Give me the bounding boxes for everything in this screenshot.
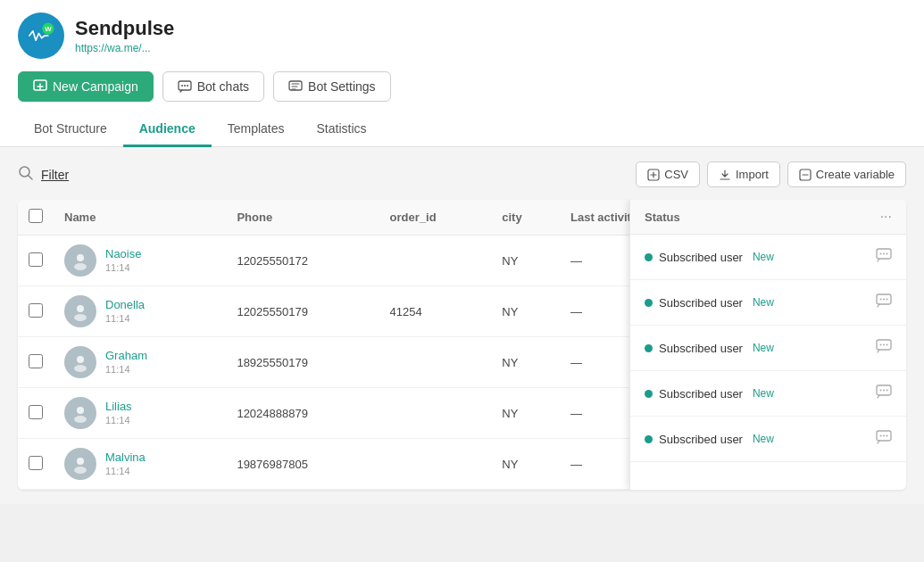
brand-logo: W (18, 12, 64, 59)
filter-label[interactable]: Filter (41, 168, 69, 182)
order-id-column-header: order_id (379, 200, 492, 236)
import-button[interactable]: Import (707, 161, 780, 187)
status-row: Subscribed user New (630, 235, 906, 280)
user-time: 11:14 (105, 313, 130, 324)
svg-point-26 (74, 467, 87, 474)
city-column-header: city (491, 200, 560, 236)
row-name-cell: Donella 11:14 (54, 286, 226, 337)
row-checkbox-cell (18, 337, 54, 388)
svg-point-6 (184, 85, 186, 87)
row-checkbox[interactable] (29, 456, 43, 470)
row-city-cell: NY (491, 439, 560, 490)
svg-point-21 (77, 356, 84, 363)
status-text: Subscribed user (659, 296, 743, 310)
svg-point-17 (77, 254, 84, 261)
status-dot (645, 390, 653, 398)
svg-point-25 (77, 458, 84, 465)
chat-icon-button[interactable] (876, 247, 892, 267)
svg-point-33 (883, 299, 885, 301)
svg-point-19 (77, 305, 84, 312)
user-name[interactable]: Donella (105, 298, 145, 311)
create-variable-button[interactable]: Create variable (787, 161, 906, 187)
user-name[interactable]: Naoise (105, 247, 141, 260)
status-dot (645, 299, 653, 307)
status-badge: Subscribed user New (645, 296, 774, 310)
avatar (64, 397, 96, 429)
svg-text:W: W (45, 25, 52, 33)
tab-statistics[interactable]: Statistics (301, 114, 383, 147)
chat-icon-button[interactable] (876, 338, 892, 358)
row-phone-cell: 19876987805 (226, 439, 379, 490)
avatar (64, 346, 96, 378)
user-name[interactable]: Graham (105, 349, 147, 362)
svg-point-28 (880, 253, 882, 255)
row-city-cell: NY (491, 337, 560, 388)
row-city-cell: NY (491, 236, 560, 286)
bot-settings-button[interactable]: Bot Settings (273, 71, 391, 102)
svg-point-5 (181, 85, 183, 87)
svg-point-32 (880, 299, 882, 301)
tab-audience[interactable]: Audience (123, 114, 212, 147)
bot-settings-icon (288, 79, 303, 94)
status-row: Subscribed user New (630, 326, 906, 371)
svg-point-29 (883, 253, 885, 255)
svg-point-38 (887, 344, 888, 346)
tab-templates[interactable]: Templates (212, 114, 301, 147)
row-name-cell: Naoise 11:14 (54, 236, 226, 286)
status-row: Subscribed user New (630, 417, 906, 462)
chat-icon-button[interactable] (876, 429, 892, 449)
svg-point-45 (883, 435, 885, 437)
status-new-label: New (753, 342, 774, 354)
status-header: Status ··· (630, 200, 906, 235)
brand-text: Sendpulse https://wa.me/... (75, 17, 174, 54)
status-dot (645, 435, 653, 443)
select-all-checkbox[interactable] (29, 209, 43, 223)
status-more-button[interactable]: ··· (880, 209, 892, 225)
csv-button[interactable]: CSV (636, 161, 700, 187)
avatar (64, 295, 96, 327)
row-checkbox[interactable] (29, 303, 43, 318)
status-new-label: New (753, 387, 774, 400)
brand-url[interactable]: https://wa.me/... (75, 42, 151, 54)
svg-point-7 (187, 85, 188, 87)
svg-point-40 (880, 390, 882, 392)
user-name[interactable]: Lilias (105, 400, 132, 413)
svg-line-13 (29, 175, 33, 179)
row-name-cell: Graham 11:14 (54, 337, 226, 388)
bot-chats-button[interactable]: Bot chats (162, 71, 264, 102)
row-checkbox[interactable] (29, 354, 43, 368)
svg-point-34 (887, 299, 888, 301)
user-time: 11:14 (105, 364, 130, 375)
chat-icon-button[interactable] (876, 384, 892, 403)
svg-point-41 (883, 390, 885, 392)
row-checkbox[interactable] (29, 405, 43, 419)
user-time: 11:14 (105, 466, 130, 476)
row-checkbox-cell (18, 388, 54, 439)
name-column-header: Name (54, 200, 226, 236)
tab-bot-structure[interactable]: Bot Structure (18, 114, 123, 147)
status-column-overlay: Status ··· Subscribed user New (629, 200, 906, 490)
svg-point-18 (74, 263, 87, 270)
tab-bar: Bot Structure Audience Templates Statist… (18, 114, 906, 146)
status-text: Subscribed user (659, 251, 743, 264)
row-order-id-cell: 41254 (379, 286, 492, 337)
row-city-cell: NY (491, 388, 560, 439)
status-row: Subscribed user New (630, 371, 906, 417)
user-name[interactable]: Malvina (105, 450, 146, 464)
row-order-id-cell (379, 388, 492, 439)
status-new-label: New (753, 433, 774, 445)
row-phone-cell: 12024888879 (226, 388, 379, 439)
chat-icon-button[interactable] (876, 293, 892, 312)
row-checkbox[interactable] (29, 252, 43, 267)
svg-point-22 (74, 365, 87, 372)
row-order-id-cell (379, 439, 492, 490)
filter-bar: Filter CSV Import Create variable (18, 161, 906, 187)
new-campaign-button[interactable]: New Campaign (18, 71, 154, 102)
svg-point-42 (887, 390, 888, 392)
status-dot (645, 253, 653, 261)
search-icon[interactable] (18, 165, 34, 185)
status-row: Subscribed user New (630, 280, 906, 326)
status-badge: Subscribed user New (645, 251, 774, 264)
avatar (64, 244, 96, 277)
row-name-cell: Malvina 11:14 (54, 439, 226, 490)
